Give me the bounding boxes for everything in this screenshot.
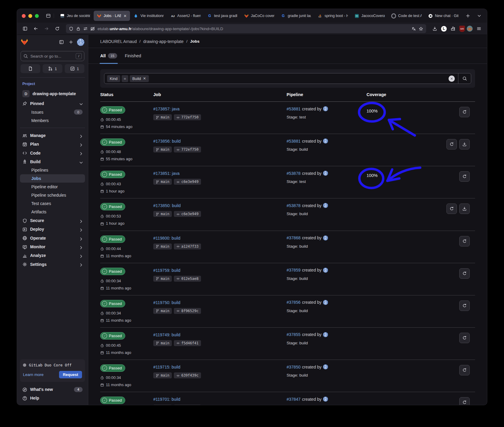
commit-chip[interactable]: 772ef750 — [174, 147, 201, 152]
sidebar-item-deploy[interactable]: Deploy — [20, 225, 85, 234]
status-badge[interactable]: Passed — [100, 268, 125, 275]
branch-chip[interactable]: main — [153, 147, 172, 152]
permissions-icon[interactable] — [83, 26, 88, 31]
pipeline-link[interactable]: #53881 — [287, 139, 301, 144]
status-badge[interactable]: Passed — [100, 300, 125, 307]
status-badge[interactable]: Passed — [100, 332, 125, 340]
job-link[interactable]: #173851: java — [153, 171, 180, 176]
search-input[interactable]: Search or go to... / — [21, 51, 84, 61]
pipeline-creator-avatar[interactable] — [323, 235, 328, 241]
branch-chip[interactable]: main — [153, 211, 172, 217]
pipeline-link[interactable]: #53878 — [287, 171, 301, 176]
status-badge[interactable]: Passed — [100, 235, 125, 243]
browser-tab[interactable]: Gtest java gradle — [204, 11, 240, 21]
commit-chip[interactable]: 8a9285a1 — [174, 405, 201, 405]
status-badge[interactable]: Passed — [100, 138, 125, 146]
commit-chip[interactable]: c6e3e949 — [174, 211, 201, 217]
pipeline-link[interactable]: #53878 — [287, 203, 301, 208]
bookmark-star-icon[interactable] — [419, 26, 423, 31]
sidebar-item-plan[interactable]: Plan — [20, 140, 85, 149]
sidebar-toggle-icon[interactable] — [21, 25, 30, 32]
retry-button[interactable] — [459, 365, 470, 375]
browser-tab[interactable]: Jobs · LABO✕ — [94, 11, 130, 21]
pipeline-creator-avatar[interactable] — [323, 106, 328, 111]
pipeline-creator-avatar[interactable] — [323, 332, 328, 337]
pipeline-link[interactable]: #53881 — [287, 107, 301, 111]
browser-tab[interactable]: New chat · Gitl — [425, 11, 461, 21]
merge-requests-shortcut-button[interactable]: 1 — [43, 64, 62, 73]
create-new-icon[interactable] — [67, 38, 75, 46]
close-tab-icon[interactable]: ✕ — [123, 14, 127, 18]
retry-button[interactable] — [459, 236, 470, 246]
sidebar-item-operate[interactable]: Operate — [20, 234, 85, 242]
retry-button[interactable] — [459, 268, 470, 279]
pipeline-creator-avatar[interactable] — [323, 138, 328, 144]
url-bar[interactable]: etulab.univ-amu.fr/alaboure/drawing-app-… — [66, 24, 426, 33]
job-link[interactable]: #119701: build — [153, 397, 180, 402]
sidebar-item-code[interactable]: Code — [20, 149, 85, 157]
issues-shortcut-button[interactable] — [21, 64, 40, 73]
status-badge[interactable]: Passed — [100, 397, 125, 404]
zoom-window-button[interactable] — [35, 14, 39, 18]
forward-icon[interactable] — [42, 25, 51, 32]
retry-button[interactable] — [459, 333, 470, 343]
status-badge[interactable]: Passed — [100, 364, 125, 372]
browser-tab[interactable]: JacocoCovera — [352, 11, 388, 21]
sidebar-item-analyze[interactable]: Analyze — [20, 251, 85, 260]
pipeline-creator-avatar[interactable] — [323, 300, 328, 305]
retry-button[interactable] — [446, 204, 457, 214]
branch-chip[interactable]: main — [153, 405, 172, 405]
minimize-window-button[interactable] — [28, 14, 32, 18]
reload-icon[interactable] — [53, 25, 62, 32]
status-badge[interactable]: Passed — [100, 203, 125, 210]
image-blocked-icon[interactable] — [90, 26, 95, 31]
translate-icon[interactable] — [412, 26, 416, 31]
pipeline-creator-avatar[interactable] — [323, 203, 328, 208]
commit-chip[interactable]: a1247f33 — [174, 243, 201, 249]
pipeline-link[interactable]: #37847 — [287, 397, 301, 402]
monkey-extension-icon[interactable] — [467, 26, 473, 32]
job-link[interactable]: #119715: build — [153, 365, 180, 369]
pipeline-creator-avatar[interactable] — [323, 268, 328, 273]
pipeline-link[interactable]: #37850 — [287, 365, 301, 369]
browser-tab[interactable]: Jeu de société — [57, 11, 93, 21]
download-button[interactable] — [459, 204, 470, 214]
pipeline-creator-avatar[interactable] — [323, 364, 328, 369]
job-link[interactable]: #173856: build — [153, 139, 181, 144]
filter-search-icon[interactable] — [458, 73, 471, 84]
browser-tab[interactable]: Ggradle junit lau — [278, 11, 314, 21]
filter-token-operator[interactable]: = — [122, 75, 128, 82]
hamburger-menu-icon[interactable] — [474, 25, 483, 32]
filter-token-key[interactable]: Kind — [107, 75, 120, 82]
commit-chip[interactable]: 639f439c — [174, 372, 201, 378]
job-link[interactable]: #119800: build — [153, 236, 180, 241]
sidebar-item-artifacts[interactable]: Artifacts — [20, 208, 85, 216]
retry-button[interactable] — [459, 397, 470, 405]
tab-finished[interactable]: Finished — [125, 48, 141, 64]
job-link[interactable]: #119749: build — [153, 332, 180, 337]
branch-chip[interactable]: main — [153, 179, 172, 185]
commit-chip[interactable]: 8f96529c — [174, 308, 201, 314]
job-link[interactable]: #173857: java — [153, 107, 180, 111]
sidebar-item-monitor[interactable]: Monitor — [20, 242, 85, 251]
sidebar-item-test-cases[interactable]: Test cases — [20, 199, 85, 208]
pipeline-link[interactable]: #37859 — [287, 268, 301, 272]
remove-token-icon[interactable]: ✕ — [143, 76, 146, 81]
todos-shortcut-button[interactable]: 1 — [65, 64, 84, 73]
collapse-sidebar-icon[interactable] — [58, 38, 65, 46]
lock-icon[interactable] — [76, 26, 81, 31]
breadcrumb-project-link[interactable]: drawing-app-template — [143, 39, 183, 44]
sidebar-item-members[interactable]: Members — [20, 116, 85, 125]
branch-chip[interactable]: main — [153, 372, 172, 378]
branch-chip[interactable]: main — [153, 243, 172, 249]
commit-chip[interactable]: f5d46f41 — [174, 340, 201, 346]
job-link[interactable]: #119759: build — [153, 268, 180, 273]
breadcrumb-user-link[interactable]: LABOUREL Arnaud — [100, 39, 137, 44]
pipeline-creator-avatar[interactable] — [323, 397, 328, 402]
commit-chip[interactable]: c6e3e949 — [174, 179, 201, 185]
retry-button[interactable] — [459, 171, 470, 182]
job-link[interactable]: #173850: build — [153, 203, 181, 208]
browser-tab[interactable]: AJAssertJ - fluen — [167, 11, 203, 21]
branch-chip[interactable]: main — [153, 114, 172, 120]
tab-all[interactable]: All 15 — [100, 48, 117, 64]
